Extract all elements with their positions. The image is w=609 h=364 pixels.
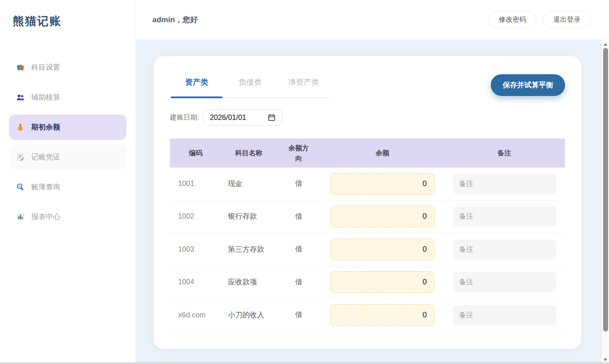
top-header: admin，您好 修改密码 退出登录 (136, 0, 609, 40)
sidebar-item-label: 辅助核算 (31, 93, 60, 102)
memo-icon (16, 153, 25, 162)
sidebar-item-opening-balance[interactable]: 期初余额 (9, 115, 126, 140)
calendar-icon (268, 114, 276, 121)
balance-input[interactable] (330, 304, 435, 326)
subject-name: 现金 (222, 178, 276, 190)
content-area: 资产类 负债类 净资产类 保存并试算平衡 建账日期: 2026/01/01 (136, 40, 609, 364)
sidebar-item-auxiliary-accounting[interactable]: 辅助核算 (9, 85, 126, 110)
balance-direction: 借 (276, 310, 321, 320)
search-icon (16, 182, 25, 192)
books-icon (16, 63, 25, 72)
change-password-button[interactable]: 修改密码 (488, 11, 536, 29)
sidebar-item-ledger-query[interactable]: 账簿查询 (9, 174, 126, 200)
sidebar: 熊猫记账 科目设置 辅助核算 (0, 0, 136, 364)
balance-input[interactable] (330, 239, 435, 260)
col-header-code: 编码 (170, 149, 222, 158)
table-row: 1003 第三方存款 借 (170, 233, 565, 266)
sidebar-item-label: 报表中心 (31, 212, 60, 222)
remark-input[interactable] (453, 174, 556, 194)
sidebar-item-label: 记账凭证 (31, 153, 60, 162)
app-logo: 熊猫记账 (0, 0, 135, 29)
subject-code: 1001 (170, 180, 222, 188)
balance-cell (321, 271, 444, 293)
remark-cell (444, 305, 565, 325)
sidebar-item-voucher[interactable]: 记账凭证 (9, 144, 126, 170)
balance-input[interactable] (330, 173, 435, 195)
subject-name: 第三方存款 (222, 244, 276, 255)
remark-input[interactable] (453, 305, 556, 325)
remark-input[interactable] (453, 206, 556, 226)
col-header-direction: 余额方向 (276, 143, 321, 164)
table-header-row: 编码 科目名称 余额方向 余额 备注 (170, 139, 565, 168)
start-date-input[interactable]: 2026/01/01 (203, 109, 282, 126)
card-top-bar: 资产类 负债类 净资产类 保存并试算平衡 (170, 74, 565, 98)
subject-name: 应收款项 (222, 276, 276, 288)
money-bag-icon (16, 123, 25, 132)
main-area: admin，您好 修改密码 退出登录 资产类 负债类 净资产类 保存并试算平衡 … (136, 0, 609, 364)
category-tabs: 资产类 负债类 净资产类 (170, 74, 330, 98)
balance-direction: 借 (276, 244, 321, 254)
balance-input[interactable] (330, 206, 435, 227)
col-header-name: 科目名称 (222, 149, 276, 158)
balance-cell (321, 304, 444, 326)
sidebar-item-label: 账簿查询 (31, 182, 60, 192)
scroll-up-button[interactable] (602, 40, 609, 48)
balance-input[interactable] (330, 271, 435, 293)
balance-direction: 借 (276, 278, 321, 287)
balance-direction: 借 (276, 212, 321, 221)
col-header-remark: 备注 (444, 149, 565, 158)
user-greeting: admin，您好 (152, 14, 198, 25)
bar-chart-icon (16, 212, 25, 221)
arrow-down-icon (604, 359, 607, 361)
table-row: 1001 现金 借 (170, 168, 565, 201)
remark-input[interactable] (453, 272, 556, 292)
remark-cell (444, 206, 565, 226)
opening-balance-card: 资产类 负债类 净资产类 保存并试算平衡 建账日期: 2026/01/01 (154, 56, 581, 349)
table-row: 1004 应收款项 借 (170, 266, 565, 299)
account-date-row: 建账日期: 2026/01/01 (170, 109, 565, 126)
save-trial-balance-button[interactable]: 保存并试算平衡 (491, 74, 565, 96)
subject-name: 小刀的收入 (222, 309, 276, 321)
tab-net-assets[interactable]: 净资产类 (277, 74, 330, 97)
users-icon (16, 93, 25, 102)
balance-cell (321, 206, 444, 227)
col-header-balance: 余额 (321, 149, 444, 158)
vertical-scrollbar[interactable] (601, 40, 609, 364)
subject-code: x6d.com (170, 311, 222, 319)
date-label: 建账日期: (170, 113, 199, 122)
sidebar-menu: 科目设置 辅助核算 期初余额 (0, 55, 135, 230)
balance-cell (321, 239, 444, 260)
balance-table: 编码 科目名称 余额方向 余额 备注 1001 现金 借 (170, 139, 565, 332)
remark-input[interactable] (453, 239, 556, 259)
remark-cell (444, 174, 565, 194)
subject-code: 1002 (170, 212, 222, 220)
balance-cell (321, 173, 444, 195)
header-actions: 修改密码 退出登录 (488, 11, 591, 29)
remark-cell (444, 239, 565, 259)
sidebar-item-label: 科目设置 (31, 63, 60, 72)
subject-code: 1003 (170, 245, 222, 254)
date-value: 2026/01/01 (210, 114, 268, 122)
tab-assets[interactable]: 资产类 (170, 74, 223, 97)
logout-button[interactable]: 退出登录 (543, 11, 591, 29)
sidebar-item-report-center[interactable]: 报表中心 (9, 204, 126, 230)
app-window: 熊猫记账 科目设置 辅助核算 (0, 0, 609, 364)
horizontal-scrollbar[interactable] (0, 362, 609, 364)
table-row: 1002 银行存款 借 (170, 201, 565, 234)
sidebar-item-subject-settings[interactable]: 科目设置 (9, 55, 126, 80)
remark-cell (444, 272, 565, 292)
scrollbar-thumb[interactable] (603, 48, 608, 331)
balance-direction: 借 (276, 179, 321, 188)
arrow-up-icon (604, 43, 607, 46)
subject-name: 银行存款 (222, 211, 276, 222)
sidebar-item-label: 期初余额 (31, 123, 60, 132)
subject-code: 1004 (170, 278, 222, 286)
table-row: x6d.com 小刀的收入 借 (170, 299, 565, 332)
tab-liabilities[interactable]: 负债类 (223, 74, 277, 97)
